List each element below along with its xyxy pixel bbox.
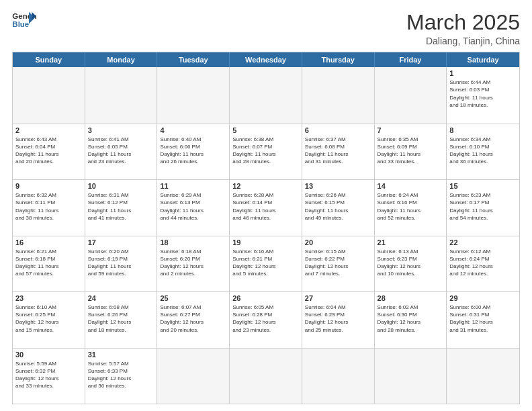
svg-text:Blue: Blue [12, 20, 29, 28]
calendar-cell: 4Sunrise: 6:40 AM Sunset: 6:06 PM Daylig… [157, 124, 230, 179]
cell-info: Sunrise: 6:31 AM Sunset: 6:12 PM Dayligh… [88, 191, 154, 222]
calendar-cell: 1Sunrise: 6:44 AM Sunset: 6:03 PM Daylig… [447, 67, 519, 123]
calendar-cell: 14Sunrise: 6:24 AM Sunset: 6:16 PM Dayli… [375, 180, 447, 235]
weekday-header: Sunday [13, 52, 85, 67]
logo: General Blue [12, 11, 36, 31]
calendar-cell: 29Sunrise: 6:00 AM Sunset: 6:31 PM Dayli… [447, 292, 519, 347]
calendar-cell: 26Sunrise: 6:05 AM Sunset: 6:28 PM Dayli… [230, 292, 302, 347]
weekday-header: Tuesday [157, 52, 230, 67]
weekday-header: Thursday [302, 52, 375, 67]
calendar-cell: 12Sunrise: 6:28 AM Sunset: 6:14 PM Dayli… [230, 180, 302, 235]
day-number: 11 [160, 182, 226, 190]
day-number: 9 [15, 182, 82, 190]
day-number: 19 [232, 238, 299, 246]
calendar-cell [157, 67, 230, 123]
calendar-row: 23Sunrise: 6:10 AM Sunset: 6:25 PM Dayli… [13, 291, 519, 347]
day-number: 10 [88, 182, 154, 190]
cell-info: Sunrise: 6:34 AM Sunset: 6:10 PM Dayligh… [449, 136, 517, 166]
calendar-cell: 2Sunrise: 6:43 AM Sunset: 6:04 PM Daylig… [13, 124, 85, 179]
day-number: 28 [378, 294, 444, 302]
weekday-header: Friday [375, 52, 447, 67]
cell-info: Sunrise: 6:37 AM Sunset: 6:08 PM Dayligh… [305, 136, 371, 166]
calendar-cell: 30Sunrise: 5:59 AM Sunset: 6:32 PM Dayli… [13, 349, 85, 404]
day-number: 15 [449, 182, 517, 190]
day-number: 14 [378, 182, 444, 190]
calendar-cell [13, 67, 85, 123]
calendar-cell: 23Sunrise: 6:10 AM Sunset: 6:25 PM Dayli… [13, 292, 85, 347]
calendar-row: 16Sunrise: 6:21 AM Sunset: 6:18 PM Dayli… [13, 236, 519, 291]
calendar-cell: 3Sunrise: 6:41 AM Sunset: 6:05 PM Daylig… [85, 124, 158, 179]
calendar-cell: 25Sunrise: 6:07 AM Sunset: 6:27 PM Dayli… [157, 292, 230, 347]
calendar-cell: 13Sunrise: 6:26 AM Sunset: 6:15 PM Dayli… [302, 180, 375, 235]
calendar-cell: 8Sunrise: 6:34 AM Sunset: 6:10 PM Daylig… [447, 124, 519, 179]
day-number: 2 [15, 126, 82, 134]
day-number: 13 [305, 182, 371, 190]
cell-info: Sunrise: 6:41 AM Sunset: 6:05 PM Dayligh… [88, 136, 154, 166]
calendar-row: 2Sunrise: 6:43 AM Sunset: 6:04 PM Daylig… [13, 124, 519, 179]
calendar-cell: 21Sunrise: 6:13 AM Sunset: 6:23 PM Dayli… [375, 236, 447, 291]
calendar-cell: 22Sunrise: 6:12 AM Sunset: 6:24 PM Dayli… [447, 236, 519, 291]
calendar-row: 1Sunrise: 6:44 AM Sunset: 6:03 PM Daylig… [13, 67, 519, 123]
calendar-cell: 27Sunrise: 6:04 AM Sunset: 6:29 PM Dayli… [302, 292, 375, 347]
calendar-cell [230, 67, 302, 123]
day-number: 5 [232, 126, 299, 134]
calendar-cell [157, 349, 230, 404]
day-number: 6 [305, 126, 371, 134]
day-number: 25 [160, 294, 226, 302]
calendar-row: 30Sunrise: 5:59 AM Sunset: 6:32 PM Dayli… [13, 348, 519, 404]
calendar-cell [302, 67, 375, 123]
cell-info: Sunrise: 6:29 AM Sunset: 6:13 PM Dayligh… [160, 191, 226, 222]
cell-info: Sunrise: 6:28 AM Sunset: 6:14 PM Dayligh… [232, 191, 299, 222]
weekday-header: Saturday [447, 52, 519, 67]
cell-info: Sunrise: 6:44 AM Sunset: 6:03 PM Dayligh… [449, 79, 517, 109]
calendar-cell: 10Sunrise: 6:31 AM Sunset: 6:12 PM Dayli… [85, 180, 158, 235]
calendar-cell: 31Sunrise: 5:57 AM Sunset: 6:33 PM Dayli… [85, 349, 158, 404]
calendar-cell: 28Sunrise: 6:02 AM Sunset: 6:30 PM Dayli… [375, 292, 447, 347]
calendar-cell: 19Sunrise: 6:16 AM Sunset: 6:21 PM Dayli… [230, 236, 302, 291]
calendar-cell: 17Sunrise: 6:20 AM Sunset: 6:19 PM Dayli… [85, 236, 158, 291]
cell-info: Sunrise: 6:38 AM Sunset: 6:07 PM Dayligh… [232, 136, 299, 166]
calendar-cell: 11Sunrise: 6:29 AM Sunset: 6:13 PM Dayli… [157, 180, 230, 235]
day-number: 18 [160, 238, 226, 246]
location: Daliang, Tianjin, China [406, 36, 520, 46]
day-number: 7 [378, 126, 444, 134]
calendar-cell: 7Sunrise: 6:35 AM Sunset: 6:09 PM Daylig… [375, 124, 447, 179]
page: General Blue March 2025 Daliang, Tianjin… [0, 0, 532, 411]
calendar-body: 1Sunrise: 6:44 AM Sunset: 6:03 PM Daylig… [13, 67, 519, 404]
day-number: 30 [15, 351, 82, 359]
cell-info: Sunrise: 6:13 AM Sunset: 6:23 PM Dayligh… [378, 248, 444, 278]
cell-info: Sunrise: 6:26 AM Sunset: 6:15 PM Dayligh… [305, 191, 371, 222]
cell-info: Sunrise: 6:16 AM Sunset: 6:21 PM Dayligh… [232, 248, 299, 278]
calendar-cell [302, 349, 375, 404]
day-number: 17 [88, 238, 154, 246]
cell-info: Sunrise: 5:59 AM Sunset: 6:32 PM Dayligh… [15, 360, 82, 390]
day-number: 26 [232, 294, 299, 302]
title-block: March 2025 Daliang, Tianjin, China [406, 11, 520, 46]
calendar-cell: 15Sunrise: 6:23 AM Sunset: 6:17 PM Dayli… [447, 180, 519, 235]
day-number: 16 [15, 238, 82, 246]
calendar-cell: 18Sunrise: 6:18 AM Sunset: 6:20 PM Dayli… [157, 236, 230, 291]
day-number: 12 [232, 182, 299, 190]
cell-info: Sunrise: 6:32 AM Sunset: 6:11 PM Dayligh… [15, 191, 82, 222]
cell-info: Sunrise: 6:02 AM Sunset: 6:30 PM Dayligh… [378, 304, 444, 334]
day-number: 23 [15, 294, 82, 302]
weekday-header: Monday [85, 52, 158, 67]
weekday-header: Wednesday [230, 52, 302, 67]
calendar-cell: 9Sunrise: 6:32 AM Sunset: 6:11 PM Daylig… [13, 180, 85, 235]
cell-info: Sunrise: 6:04 AM Sunset: 6:29 PM Dayligh… [305, 304, 371, 334]
cell-info: Sunrise: 6:08 AM Sunset: 6:26 PM Dayligh… [88, 304, 154, 334]
day-number: 1 [449, 69, 517, 77]
cell-info: Sunrise: 6:21 AM Sunset: 6:18 PM Dayligh… [15, 248, 82, 278]
cell-info: Sunrise: 6:23 AM Sunset: 6:17 PM Dayligh… [449, 191, 517, 222]
calendar-cell [375, 67, 447, 123]
day-number: 29 [449, 294, 517, 302]
header: General Blue March 2025 Daliang, Tianjin… [12, 11, 520, 46]
cell-info: Sunrise: 6:18 AM Sunset: 6:20 PM Dayligh… [160, 248, 226, 278]
calendar-cell: 24Sunrise: 6:08 AM Sunset: 6:26 PM Dayli… [85, 292, 158, 347]
calendar-header: SundayMondayTuesdayWednesdayThursdayFrid… [13, 52, 519, 67]
cell-info: Sunrise: 6:43 AM Sunset: 6:04 PM Dayligh… [15, 136, 82, 166]
day-number: 31 [88, 351, 154, 359]
cell-info: Sunrise: 6:40 AM Sunset: 6:06 PM Dayligh… [160, 136, 226, 166]
day-number: 20 [305, 238, 371, 246]
day-number: 24 [88, 294, 154, 302]
